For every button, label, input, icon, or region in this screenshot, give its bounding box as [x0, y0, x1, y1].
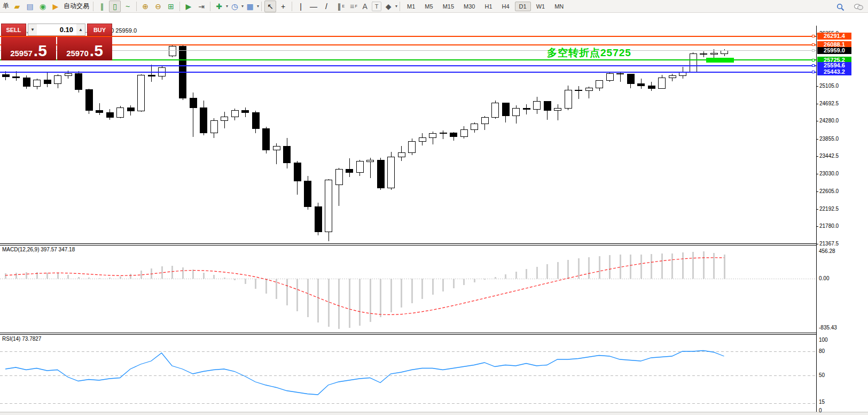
signals-icon[interactable]: ◉	[37, 1, 49, 12]
price-line-anchor	[812, 59, 815, 62]
annotation-highlight-box[interactable]	[706, 58, 734, 63]
price-axis-line[interactable]	[816, 26, 817, 415]
candle	[169, 44, 176, 58]
macd-scale-label: 0.00	[819, 275, 829, 281]
sell-price[interactable]: 25957 .5	[1, 37, 56, 60]
sell-button[interactable]: SELL	[1, 24, 26, 36]
toolbar-separator	[292, 2, 292, 11]
buy-button[interactable]: BUY	[87, 24, 112, 36]
price-line-25443.2[interactable]	[0, 72, 816, 73]
price-line-anchor	[812, 71, 815, 73]
candle	[106, 109, 113, 120]
price-axis-tick-label: 21367.5	[819, 241, 839, 247]
price-line-26291.4[interactable]	[0, 36, 816, 37]
indicators-icon[interactable]: ✚	[213, 1, 225, 12]
line-chart-icon[interactable]: ~	[122, 1, 134, 12]
volume-increase-button[interactable]: ▲	[76, 24, 85, 35]
tile-windows-icon[interactable]: ⊞	[165, 1, 177, 12]
candle	[54, 74, 61, 88]
macd-pane[interactable]	[0, 246, 816, 333]
search-icon[interactable]	[834, 1, 846, 13]
candle	[315, 203, 322, 235]
chat-icon[interactable]	[853, 1, 864, 13]
toolbar-items: 单▰▤◉▶自动交易∥▯~⊕⊖⊞▶⇥✚▾◷▾▦▾↖+|—/∥E≡FAT◆▾M1M5…	[1, 1, 568, 12]
price-line-25594.6[interactable]	[0, 65, 816, 66]
candle	[481, 116, 488, 130]
timeframe-m15-button[interactable]: M15	[439, 2, 458, 11]
crosshair-icon[interactable]: +	[277, 1, 289, 12]
timeframe-m5-button[interactable]: M5	[420, 2, 437, 11]
templates-icon[interactable]: ▦	[244, 1, 256, 12]
rsi-scale-label: 100	[819, 337, 828, 343]
fibonacci-icon[interactable]: ≡F	[346, 1, 358, 12]
macd-scale-label: 456.28	[819, 248, 835, 254]
timeframe-h1-button[interactable]: H1	[480, 2, 496, 11]
timeframe-m1-button[interactable]: M1	[403, 2, 419, 11]
candle	[325, 179, 332, 241]
candle	[596, 80, 603, 91]
volume-decrease-button[interactable]: ▼	[28, 24, 37, 35]
price-line-anchor	[812, 49, 815, 52]
candle	[575, 86, 582, 99]
candlestick-chart-icon[interactable]: ▯	[109, 1, 121, 12]
periods-icon-dropdown[interactable]: ▾	[241, 4, 244, 9]
price-badge[interactable]: 26291.4	[817, 33, 851, 40]
periods-icon[interactable]: ◷	[229, 1, 240, 12]
candle	[273, 143, 280, 164]
candle	[648, 82, 655, 91]
buy-price-main: 25970	[66, 48, 89, 59]
candle	[304, 176, 311, 210]
autoscroll-icon[interactable]: ▶	[183, 1, 194, 12]
zoom-in-icon[interactable]: ⊕	[139, 1, 151, 12]
trendline-icon[interactable]: /	[320, 1, 332, 12]
timeframe-h4-button[interactable]: H4	[498, 2, 514, 11]
rsi-scale-label: 80	[819, 348, 825, 354]
candle	[471, 122, 478, 133]
candle	[544, 101, 551, 120]
toolbar-separator	[179, 2, 180, 11]
timeframe-mn-button[interactable]: MN	[550, 2, 568, 11]
volume-value[interactable]: 0.10	[37, 24, 76, 35]
timeframe-d1-button[interactable]: D1	[515, 2, 531, 11]
buy-price[interactable]: 25970 .5	[57, 37, 112, 60]
candlestick-pane[interactable]	[0, 26, 816, 244]
timeframe-w1-button[interactable]: W1	[532, 2, 550, 11]
price-badge[interactable]: 25443.2	[817, 68, 851, 75]
shapes-icon[interactable]: ◆	[382, 1, 394, 12]
vertical-line-icon[interactable]: |	[295, 1, 307, 12]
rsi-pane[interactable]	[0, 335, 816, 415]
candle	[13, 71, 20, 80]
templates-icon-dropdown[interactable]: ▾	[257, 4, 259, 9]
channel-icon[interactable]: ∥E	[333, 1, 345, 12]
indicators-icon-dropdown[interactable]: ▾	[226, 4, 228, 9]
cursor-icon[interactable]: ↖	[264, 1, 276, 12]
macd-signal-line	[5, 258, 724, 315]
price-badge[interactable]: 25959.0	[817, 47, 851, 54]
bar-chart-icon[interactable]: ∥	[96, 1, 108, 12]
autotrading-icon[interactable]: ▶	[50, 1, 61, 12]
annotation-text[interactable]: 多空转折点25725	[547, 46, 631, 60]
rsi-scale-label: 15	[819, 399, 825, 405]
horizontal-line-icon[interactable]: —	[308, 1, 319, 12]
candle	[346, 158, 353, 177]
candle	[429, 132, 436, 144]
price-line-26088.1[interactable]	[0, 44, 816, 45]
candle	[200, 101, 207, 135]
autotrading-label[interactable]: 自动交易	[64, 2, 89, 11]
shapes-icon-dropdown[interactable]: ▾	[395, 4, 397, 9]
candle	[700, 51, 707, 57]
trading-platform-window: 单▰▤◉▶自动交易∥▯~⊕⊖⊞▶⇥✚▾◷▾▦▾↖+|—/∥E≡FAT◆▾M1M5…	[0, 0, 868, 415]
candle	[231, 109, 238, 120]
chart-area[interactable]: ▲ DJ30-,Daily 25875.0 25981.0 25823.0 25…	[0, 13, 868, 415]
new-order-icon[interactable]: ▰	[11, 1, 23, 12]
price-line-25959.0[interactable]	[0, 50, 816, 51]
zoom-out-icon[interactable]: ⊖	[152, 1, 164, 12]
text-label-icon[interactable]: T	[372, 2, 381, 11]
candle	[534, 97, 541, 114]
text-icon[interactable]: A	[359, 1, 371, 12]
price-line-25725.2[interactable]	[0, 59, 816, 60]
buy-price-pip: .5	[90, 43, 103, 59]
charts-window-icon[interactable]: ▤	[24, 1, 36, 12]
timeframe-m30-button[interactable]: M30	[459, 2, 479, 11]
chart-shift-icon[interactable]: ⇥	[196, 1, 207, 12]
